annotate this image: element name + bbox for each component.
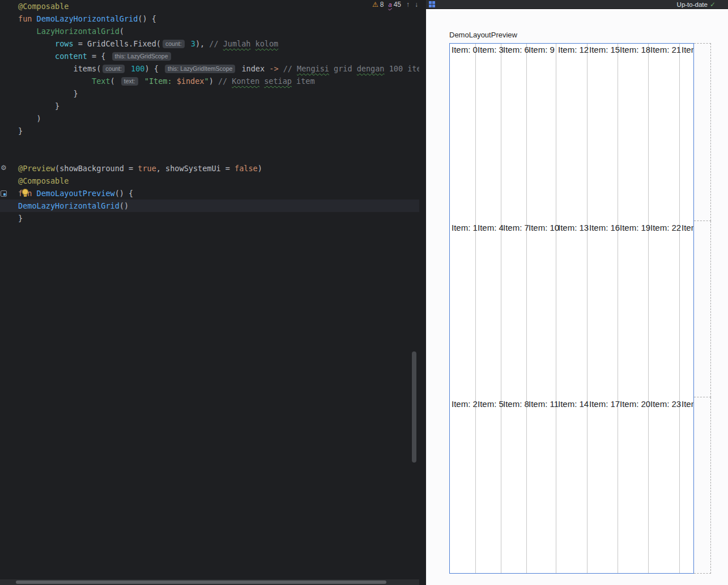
code-line[interactable]: }: [0, 125, 419, 137]
code-token: ),: [195, 39, 209, 48]
code-token: , showSystemUi =: [156, 164, 235, 173]
code-token: index: [237, 64, 269, 73]
code-token: () {: [138, 14, 156, 23]
inlay-hint: this: LazyGridScope: [112, 52, 171, 61]
grid-item-label: Item: 8: [503, 399, 529, 409]
code-token: kolom: [256, 39, 279, 48]
code-line[interactable]: content = { this: LazyGridScope: [0, 50, 419, 62]
code-editor[interactable]: @Composablefun DemoLazyHorizontalGrid() …: [0, 0, 426, 585]
code-line[interactable]: LazyHorizontalGrid(: [0, 25, 419, 37]
code-token: @Composable: [18, 2, 69, 11]
code-token: [126, 64, 131, 73]
code-token: DemoLazyHorizontalGrid: [18, 201, 120, 210]
code-token: }: [18, 126, 23, 135]
warning-count: 8: [380, 1, 384, 9]
check-icon: ✓: [710, 1, 716, 9]
grid-column: [618, 44, 649, 573]
next-highlight-arrow-icon[interactable]: ↓: [415, 1, 418, 9]
code-token: ): [258, 164, 262, 173]
code-token: = GridCells.Fixed(: [74, 39, 161, 48]
code-token: [18, 77, 92, 86]
grid-item-label: Item: 26: [682, 399, 694, 409]
code-token: [18, 39, 55, 48]
build-status-label: Up-to-date: [677, 1, 708, 8]
code-line[interactable]: Text( text: "Item: $index") // Konten se…: [0, 75, 419, 87]
prev-highlight-arrow-icon[interactable]: ↑: [406, 1, 410, 9]
code-line[interactable]: }: [0, 100, 419, 112]
code-lines[interactable]: @Composablefun DemoLazyHorizontalGrid() …: [0, 0, 419, 579]
grid-item-label: Item: 24: [682, 45, 694, 54]
grid-item-label: Item: 7: [503, 223, 529, 232]
grid-item-label: Item: 18: [620, 45, 650, 54]
code-line[interactable]: DemoLazyHorizontalGrid(): [0, 200, 419, 212]
code-token: rows: [55, 39, 74, 48]
grid-column: [587, 44, 618, 573]
build-status[interactable]: Up-to-date ✓: [677, 1, 716, 9]
grid-column: [680, 44, 694, 573]
run-preview-gutter-icon[interactable]: [1, 190, 7, 197]
code-token: ->: [269, 64, 278, 73]
code-token: true: [138, 164, 156, 173]
vertical-scrollbar[interactable]: [412, 351, 416, 463]
code-line[interactable]: }: [0, 87, 419, 100]
code-token: = {: [87, 52, 110, 61]
typos-group[interactable]: a 45: [389, 1, 401, 9]
code-token: $index: [177, 77, 205, 86]
code-line[interactable]: fun DemoLayoutPreview() {: [0, 187, 419, 200]
code-token: [259, 77, 264, 86]
code-token: [186, 39, 191, 48]
code-token: [18, 52, 55, 61]
code-line[interactable]: }: [0, 212, 419, 224]
preview-title[interactable]: DemoLayoutPreview: [449, 31, 517, 39]
inspections-widget[interactable]: ⚠ 8 a 45 ↑ ↓: [368, 0, 418, 9]
warning-icon: ⚠: [372, 1, 378, 9]
code-line[interactable]: ): [0, 112, 419, 125]
typo-count: 45: [394, 1, 401, 9]
code-token: items(: [18, 64, 101, 73]
grid-item-label: Item: 23: [650, 399, 681, 409]
preview-frame[interactable]: Item: 0Item: 1Item: 2Item: 3Item: 4Item:…: [449, 43, 694, 574]
grid-item-label: Item: 4: [478, 223, 504, 232]
grid-item-label: Item: 17: [589, 399, 620, 409]
code-token: Konten: [232, 77, 259, 86]
code-token: 100: [131, 64, 144, 73]
grid-column: [501, 44, 527, 573]
code-line[interactable]: @Composable: [0, 0, 419, 12]
code-token: (: [120, 27, 124, 36]
preview-bounds-dashed-bottom: [694, 397, 711, 574]
preview-settings-gear-icon[interactable]: ⚙: [0, 164, 7, 172]
compose-preview-panel: Up-to-date ✓ DemoLayoutPreview Item: 0It…: [426, 0, 728, 585]
preview-grid-view-icon[interactable]: [429, 1, 435, 7]
android-studio-window: @Composablefun DemoLazyHorizontalGrid() …: [0, 0, 728, 585]
code-line[interactable]: rows = GridCells.Fixed(count: 3), // Jum…: [0, 37, 419, 50]
code-line[interactable]: @Preview(showBackground = true, showSyst…: [0, 162, 419, 175]
grid-item-label: Item: 15: [589, 45, 620, 54]
code-line[interactable]: items(count: 100) { this: LazyGridItemSc…: [0, 62, 419, 75]
grid-item-label: Item: 11: [529, 399, 559, 409]
grid-item-label: Item: 14: [558, 399, 589, 409]
inlay-hint: count:: [103, 65, 125, 73]
code-token: LazyHorizontalGrid: [37, 27, 120, 36]
intention-bulb-icon[interactable]: [22, 189, 28, 195]
code-line[interactable]: [0, 137, 419, 150]
code-token: (showBackground =: [55, 164, 138, 173]
design-surface[interactable]: DemoLayoutPreview Item: 0Item: 1Item: 2I…: [426, 9, 728, 585]
grid-item-label: Item: 3: [478, 45, 504, 54]
inlay-hint: this: LazyGridItemScope: [165, 65, 235, 73]
horizontal-scrollbar[interactable]: [0, 579, 419, 585]
code-token: 3: [191, 39, 195, 48]
warnings-group[interactable]: ⚠ 8: [372, 1, 384, 9]
code-line[interactable]: fun DemoLazyHorizontalGrid() {: [0, 12, 419, 25]
code-token: dengan: [357, 64, 385, 73]
horizontal-scrollbar-thumb[interactable]: [16, 580, 386, 584]
code-line[interactable]: @Composable: [0, 175, 419, 187]
code-token: Mengisi: [297, 64, 329, 73]
code-token: }: [18, 214, 23, 223]
inlay-hint: text:: [121, 77, 138, 86]
code-token: DemoLayoutPreview: [37, 189, 115, 198]
grid-item-label: Item: 5: [478, 399, 504, 409]
code-line[interactable]: [0, 150, 419, 162]
code-token: //: [279, 64, 297, 73]
code-token: setiap: [264, 77, 292, 86]
code-token: //: [218, 77, 232, 86]
